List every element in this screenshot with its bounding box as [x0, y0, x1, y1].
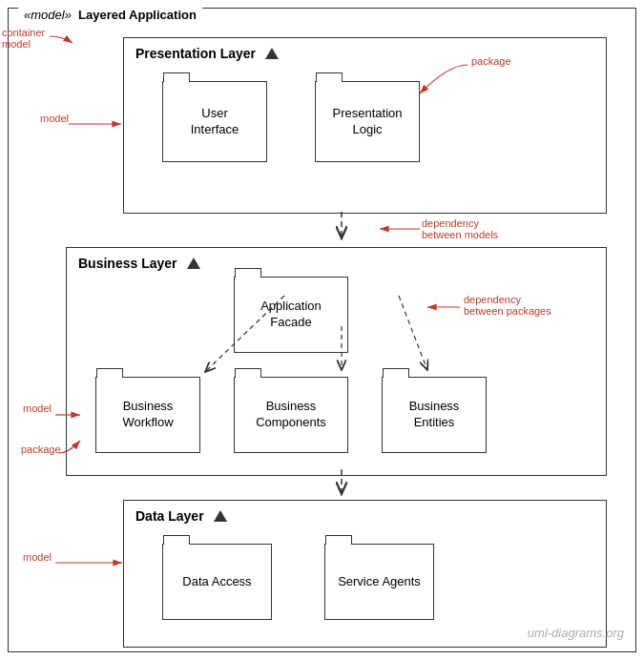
user-interface-label: UserInterface — [163, 82, 266, 161]
annotation-model-1: model — [40, 113, 69, 124]
diagram-name: Layered Application — [78, 8, 197, 22]
data-layer-title: Data Layer — [135, 508, 227, 524]
application-facade-box: ApplicationFacade — [234, 277, 348, 353]
presentation-layer-title: Presentation Layer — [135, 46, 279, 61]
business-entities-box: BusinessEntities — [382, 377, 487, 453]
data-access-label: Data Access — [163, 545, 271, 619]
presentation-logic-box: PresentationLogic — [315, 81, 420, 162]
annotation-container-model: containermodel — [2, 27, 45, 50]
business-components-tab — [235, 368, 261, 378]
presentation-triangle-icon — [265, 48, 279, 59]
service-agents-label: Service Agents — [325, 545, 433, 619]
business-components-label: BusinessComponents — [235, 378, 347, 452]
business-workflow-box: BusinessWorkflow — [95, 377, 200, 453]
data-access-tab — [163, 535, 190, 545]
business-triangle-icon — [187, 258, 200, 269]
diagram-stereotype: «model» — [24, 8, 72, 22]
business-entities-label: BusinessEntities — [383, 378, 486, 452]
application-facade-tab — [235, 268, 261, 278]
diagram-container: «model» Layered Application Presentation… — [8, 8, 636, 652]
annotation-package-2: package — [21, 443, 61, 455]
business-components-box: BusinessComponents — [234, 377, 348, 453]
business-layer: Business Layer ApplicationFacade Busines… — [66, 247, 607, 476]
annotation-model-3: model — [23, 551, 52, 563]
business-workflow-label: BusinessWorkflow — [96, 378, 199, 452]
business-layer-title: Business Layer — [78, 256, 200, 271]
user-interface-tab — [163, 72, 190, 82]
annotation-dep-models: dependencybetween models — [422, 217, 498, 240]
data-access-box: Data Access — [162, 544, 272, 620]
data-triangle-icon — [214, 510, 227, 522]
business-workflow-tab — [96, 368, 123, 378]
application-facade-label: ApplicationFacade — [235, 278, 347, 352]
diagram-title: «model» Layered Application — [18, 8, 202, 22]
business-entities-tab — [383, 368, 409, 378]
service-agents-box: Service Agents — [324, 544, 434, 620]
presentation-logic-tab — [316, 72, 343, 82]
user-interface-box: UserInterface — [162, 81, 267, 162]
watermark: uml-diagrams.org — [528, 626, 624, 640]
annotation-dep-packages: dependencybetween packages — [464, 294, 551, 317]
presentation-logic-label: PresentationLogic — [316, 82, 419, 161]
service-agents-tab — [325, 535, 352, 545]
presentation-layer: Presentation Layer UserInterface Present… — [123, 37, 607, 214]
annotation-model-2: model — [23, 402, 52, 414]
annotation-package-1: package — [471, 55, 511, 67]
